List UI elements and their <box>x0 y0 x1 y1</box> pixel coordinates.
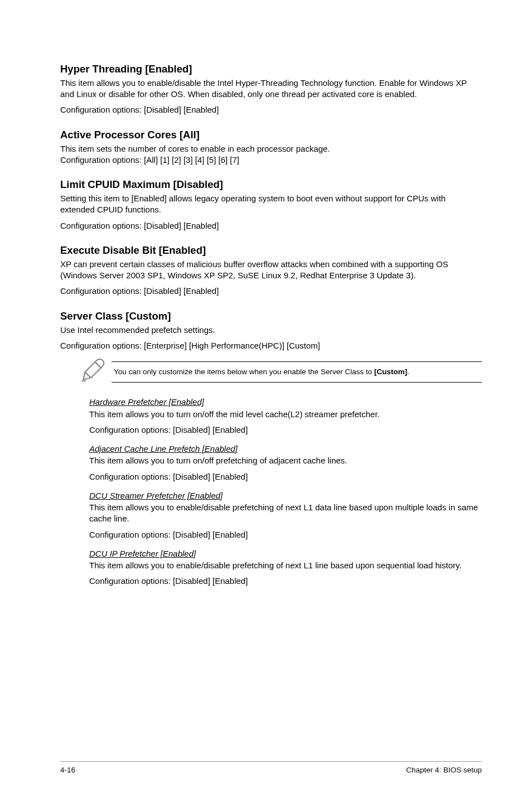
note-prefix: You can only customize the items below w… <box>114 368 374 376</box>
sub-para: Configuration options: [Disabled] [Enabl… <box>89 471 482 482</box>
section-para: Configuration options: [All] [1] [2] [3]… <box>60 154 482 166</box>
sub-adjacent-cache-line-prefetch: Adjacent Cache Line Prefetch [Enabled] T… <box>89 443 482 482</box>
section-para: Configuration options: [Enterprise] [Hig… <box>60 340 482 351</box>
sub-title: Hardware Prefetcher [Enabled] <box>89 397 482 408</box>
pencil-note-icon <box>79 357 106 386</box>
sub-title: DCU IP Prefetcher [Enabled] <box>89 548 482 559</box>
section-title: Server Class [Custom] <box>60 310 482 323</box>
note-suffix: . <box>407 368 409 376</box>
section-title: Hyper Threading [Enabled] <box>60 62 482 76</box>
note-bold: [Custom] <box>374 368 407 376</box>
note-block: You can only customize the items below w… <box>79 357 482 386</box>
sub-dcu-streamer-prefetcher: DCU Streamer Prefetcher [Enabled] This i… <box>89 490 482 540</box>
svg-line-1 <box>95 362 101 368</box>
section-para: Configuration options: [Disabled] [Enabl… <box>60 220 482 231</box>
section-title: Limit CPUID Maximum [Disabled] <box>60 178 482 192</box>
section-para: Configuration options: [Disabled] [Enabl… <box>60 104 482 115</box>
svg-line-0 <box>85 372 91 378</box>
sub-para: This item allows you to turn on/off pref… <box>89 455 482 466</box>
sub-para: This item allows you to enable/disable p… <box>89 502 482 525</box>
section-server-class: Server Class [Custom] Use Intel recommen… <box>60 310 482 351</box>
sub-para: Configuration options: [Disabled] [Enabl… <box>89 424 482 436</box>
section-para: XP can prevent certain classes of malici… <box>60 259 482 282</box>
sub-para: This item allows you to enable/disable p… <box>89 560 482 571</box>
section-para: This item sets the number of cores to en… <box>60 143 482 154</box>
sub-para: Configuration options: [Disabled] [Enabl… <box>89 576 482 587</box>
sub-para: This item allows you to turn on/off the … <box>89 409 482 420</box>
section-title: Active Processor Cores [All] <box>60 128 482 142</box>
sub-title: Adjacent Cache Line Prefetch [Enabled] <box>89 443 482 455</box>
section-para: Use Intel recommended prefetch settings. <box>60 325 482 336</box>
section-para: Setting this item to [Enabled] allows le… <box>60 193 482 216</box>
sub-title: DCU Streamer Prefetcher [Enabled] <box>89 490 482 501</box>
section-para: This item allows you to enable/disable t… <box>60 78 482 100</box>
section-title: Execute Disable Bit [Enabled] <box>60 244 482 258</box>
note-text: You can only customize the items below w… <box>112 361 482 383</box>
section-limit-cpuid-maximum: Limit CPUID Maximum [Disabled] Setting t… <box>60 178 482 231</box>
sub-dcu-ip-prefetcher: DCU IP Prefetcher [Enabled] This item al… <box>89 548 482 587</box>
sub-para: Configuration options: [Disabled] [Enabl… <box>89 529 482 540</box>
sub-hardware-prefetcher: Hardware Prefetcher [Enabled] This item … <box>89 397 482 436</box>
section-para: Configuration options: [Disabled] [Enabl… <box>60 286 482 297</box>
section-active-processor-cores: Active Processor Cores [All] This item s… <box>60 128 482 166</box>
section-execute-disable-bit: Execute Disable Bit [Enabled] XP can pre… <box>60 244 482 297</box>
section-hyper-threading: Hyper Threading [Enabled] This item allo… <box>60 62 482 116</box>
